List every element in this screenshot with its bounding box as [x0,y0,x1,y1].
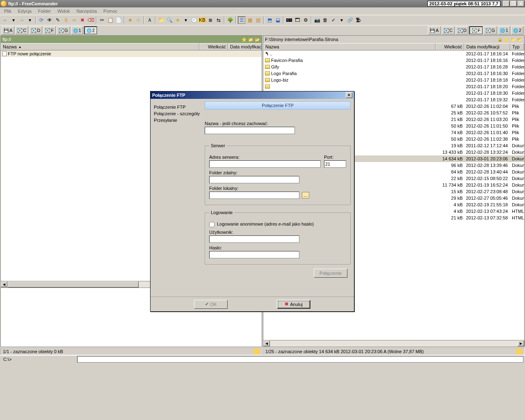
list-item[interactable]: Logo Parafia 2012-01-17 18:16:30 Folder [263,70,524,77]
drive-net1-right[interactable]: 🌐1 [498,26,510,34]
archive-button[interactable]: 🗜 [354,16,362,24]
compare-button[interactable]: ≣ [207,16,214,24]
back-dropdown[interactable]: ▾ [10,16,17,24]
deselect-button[interactable]: ☆ [135,16,142,24]
minimize-button[interactable]: _ [503,1,509,7]
col-date-right[interactable]: Data modyfikacji [464,43,510,50]
input-local[interactable] [209,192,299,199]
sync-button[interactable]: ⇆ [215,16,222,24]
pathbar-left[interactable]: ftp:// ⭐ 📁 📂 [1,36,262,43]
prop-button[interactable]: 🗔 [294,16,301,24]
list-item[interactable] [263,313,524,320]
lock-icon[interactable]: 🔒 [497,37,503,42]
menu-plik[interactable]: Plik [1,9,15,14]
trash-button[interactable]: 🗑 [322,16,329,24]
checkbox-anonymous[interactable] [209,222,215,227]
tree-button[interactable]: 🌳 [226,16,234,24]
drive-a-right[interactable]: 💾A [428,26,441,34]
browse-button[interactable]: … [302,192,309,199]
list-item[interactable] [1,64,262,70]
favorite-button[interactable]: ★ [174,16,181,24]
nav-details[interactable]: Połączenie - szczegóły [154,110,201,117]
wipe-button[interactable]: ⌫ [87,16,94,24]
input-address[interactable] [209,160,321,168]
input-remote[interactable] [209,176,299,183]
menu-narzedzia[interactable]: Narzędzia [73,9,100,14]
menu-folder[interactable]: Folder [35,9,54,14]
list-item[interactable] [1,83,262,90]
link-button[interactable]: 🔗 [346,16,354,24]
delete-button[interactable]: ✖ [79,16,86,24]
cancel-button[interactable]: ✖Anuluj [277,300,310,309]
folder-icon[interactable]: 📁 [248,37,253,42]
settings-button[interactable]: ⚙ [302,16,309,24]
input-pass[interactable] [209,251,299,258]
drive-c-left[interactable]: 💽C [15,26,28,34]
search-button[interactable]: 🔍 [166,16,173,24]
edit-button[interactable]: ✎ [54,16,62,24]
details-button[interactable]: ☰ [238,16,245,24]
input-user[interactable] [209,235,299,243]
list-button[interactable]: ▦ [246,16,253,24]
col-name-right[interactable]: Nazwa [263,43,436,50]
paste-button[interactable]: 📄 [115,16,122,24]
menu-edycja[interactable]: Edycja [15,9,35,14]
preview-button[interactable]: ⬓ [274,16,281,24]
cut-button[interactable]: ✂ [98,16,106,24]
cmd-input[interactable] [77,356,523,363]
col-type-right[interactable]: Typ [510,43,524,50]
list-item[interactable] [1,77,262,83]
list-item[interactable]: 2012-01-17 18:18:20 Folder [263,83,524,90]
list-item[interactable]: ↰.. 2012-01-17 18:16:14 Folder [263,50,524,57]
checksum-dropdown[interactable]: ▾ [338,16,345,24]
col-date-left[interactable]: Data modyfikacji [228,43,262,50]
drive-d-left[interactable]: 💽D [29,26,42,34]
drive-net1-left[interactable]: 🌐1 [71,26,83,34]
list-item[interactable]: FTP nowe połączenie [1,50,262,57]
menu-widok[interactable]: Widok [54,9,73,14]
refresh-button[interactable]: ⟳ [38,16,45,24]
drive-net2-left[interactable]: 🌐2 [84,26,97,34]
size-button[interactable]: KB [199,16,206,24]
favorite-icon[interactable]: ⭐ [504,37,509,42]
close-button[interactable]: ✕ [518,1,524,7]
list-item[interactable] [263,333,524,339]
col-size-left[interactable]: Wielkość [199,43,228,50]
list-item[interactable] [263,326,524,333]
move-button[interactable]: ⇨ [71,16,78,24]
hscroll-right[interactable]: ◀▶ [263,340,524,347]
copyclip-button[interactable]: 📋 [107,16,114,24]
list-item[interactable]: Favicon-Parafia 2012-01-17 18:16:16 Fold… [263,57,524,64]
favorite-dropdown[interactable]: ▾ [182,16,189,24]
list-item[interactable] [263,320,524,326]
checksum-button[interactable]: ✓ [330,16,337,24]
newfolder-button[interactable]: 📁 [158,16,165,24]
restore-button[interactable]: ❐ [510,1,517,7]
list-item[interactable]: Logo-biz 2012-01-17 18:18:18 Folder [263,77,524,83]
up-icon[interactable]: 📂 [254,37,260,42]
drive-a-left[interactable]: 💾A [2,26,14,34]
input-name[interactable] [205,127,295,134]
dos-button[interactable]: C:\ [285,16,293,24]
drive-g-left[interactable]: 💽G [57,26,70,34]
menu-pomoc[interactable]: Pomoc [100,9,121,14]
back-button[interactable]: ← [2,16,9,24]
drive-c-right[interactable]: 💽C [442,26,455,34]
drive-g-right[interactable]: 💽G [484,26,497,34]
dialog-titlebar[interactable]: Połączenie FTP ✕ [151,91,354,99]
up-icon[interactable]: 📂 [517,37,523,42]
select-button[interactable]: ★ [126,16,134,24]
pathbar-right[interactable]: F:\Strony internetowe\Parafia-Strona 🔒 ⭐… [263,36,524,43]
history-button[interactable]: 🕘 [190,16,198,24]
connect-button[interactable]: Połączenie [314,269,347,278]
list-item[interactable] [1,57,262,64]
drive-f-right[interactable]: 💽F [469,26,483,34]
quickview-button[interactable]: ⬒ [266,16,273,24]
rename-button[interactable]: Ａ [146,16,153,24]
forward-button[interactable]: → [18,16,25,24]
view-button[interactable]: 👁 [46,16,53,24]
nav-connection[interactable]: Połączenie FTP [154,104,201,110]
col-size-right[interactable]: Wielkość [436,43,464,50]
forward-dropdown[interactable]: ▾ [26,16,34,24]
favorite-icon[interactable]: ⭐ [241,37,247,42]
